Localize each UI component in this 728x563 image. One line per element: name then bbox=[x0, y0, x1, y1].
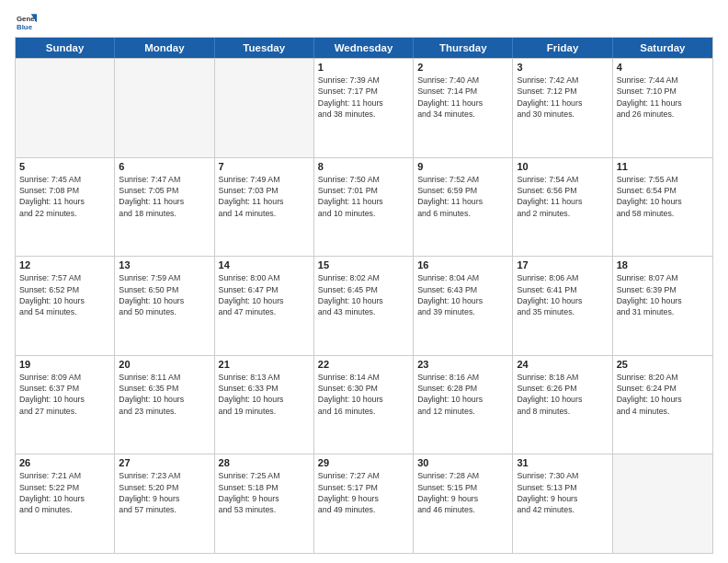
day-info: Sunrise: 8:06 AMSunset: 6:41 PMDaylight:… bbox=[517, 272, 608, 317]
day-info: Sunrise: 7:47 AMSunset: 7:05 PMDaylight:… bbox=[119, 174, 210, 219]
day-number: 30 bbox=[417, 457, 508, 468]
day-cell-10: 10Sunrise: 7:54 AMSunset: 6:56 PMDayligh… bbox=[513, 158, 612, 257]
day-cell-23: 23Sunrise: 8:16 AMSunset: 6:28 PMDayligh… bbox=[414, 356, 513, 454]
day-cell-24: 24Sunrise: 8:18 AMSunset: 6:26 PMDayligh… bbox=[513, 356, 612, 454]
day-cell-13: 13Sunrise: 7:59 AMSunset: 6:50 PMDayligh… bbox=[115, 257, 214, 355]
day-info: Sunrise: 7:28 AMSunset: 5:15 PMDaylight:… bbox=[417, 470, 508, 515]
page: General Blue SundayMondayTuesdayWednesda… bbox=[0, 0, 728, 563]
day-info: Sunrise: 8:09 AMSunset: 6:37 PMDaylight:… bbox=[19, 372, 110, 417]
svg-text:Blue: Blue bbox=[17, 23, 33, 31]
day-cell-28: 28Sunrise: 7:25 AMSunset: 5:18 PMDayligh… bbox=[215, 454, 314, 553]
day-number: 17 bbox=[517, 259, 608, 270]
day-number: 19 bbox=[19, 359, 110, 370]
day-number: 24 bbox=[517, 359, 608, 370]
day-number: 6 bbox=[119, 161, 210, 172]
day-cell-9: 9Sunrise: 7:52 AMSunset: 6:59 PMDaylight… bbox=[414, 158, 513, 257]
day-cell-4: 4Sunrise: 7:44 AMSunset: 7:10 PMDaylight… bbox=[613, 59, 712, 157]
day-cell-19: 19Sunrise: 8:09 AMSunset: 6:37 PMDayligh… bbox=[16, 356, 115, 454]
day-info: Sunrise: 7:27 AMSunset: 5:17 PMDaylight:… bbox=[318, 470, 409, 515]
day-info: Sunrise: 7:50 AMSunset: 7:01 PMDaylight:… bbox=[318, 174, 409, 219]
day-info: Sunrise: 8:00 AMSunset: 6:47 PMDaylight:… bbox=[219, 272, 310, 317]
day-number: 28 bbox=[219, 457, 310, 468]
day-info: Sunrise: 7:39 AMSunset: 7:17 PMDaylight:… bbox=[318, 75, 409, 120]
calendar-body: 1Sunrise: 7:39 AMSunset: 7:17 PMDaylight… bbox=[16, 58, 712, 553]
logo: General Blue bbox=[15, 11, 39, 31]
day-info: Sunrise: 7:54 AMSunset: 6:56 PMDaylight:… bbox=[517, 174, 608, 219]
header: General Blue bbox=[15, 11, 713, 31]
day-number: 26 bbox=[19, 457, 110, 468]
day-number: 10 bbox=[517, 161, 608, 172]
day-number: 29 bbox=[318, 457, 409, 468]
day-cell-11: 11Sunrise: 7:55 AMSunset: 6:54 PMDayligh… bbox=[613, 158, 712, 257]
calendar-header-row: SundayMondayTuesdayWednesdayThursdayFrid… bbox=[16, 38, 712, 58]
header-day-tuesday: Tuesday bbox=[215, 38, 314, 58]
day-info: Sunrise: 7:42 AMSunset: 7:12 PMDaylight:… bbox=[517, 75, 608, 120]
header-day-sunday: Sunday bbox=[16, 38, 115, 58]
day-number: 21 bbox=[219, 359, 310, 370]
day-cell-20: 20Sunrise: 8:11 AMSunset: 6:35 PMDayligh… bbox=[115, 356, 214, 454]
day-number: 5 bbox=[19, 161, 110, 172]
day-cell-31: 31Sunrise: 7:30 AMSunset: 5:13 PMDayligh… bbox=[513, 454, 612, 553]
day-info: Sunrise: 7:57 AMSunset: 6:52 PMDaylight:… bbox=[19, 272, 110, 317]
day-number: 16 bbox=[417, 259, 508, 270]
week-row-5: 26Sunrise: 7:21 AMSunset: 5:22 PMDayligh… bbox=[16, 454, 712, 553]
calendar: SundayMondayTuesdayWednesdayThursdayFrid… bbox=[15, 37, 713, 554]
week-row-3: 12Sunrise: 7:57 AMSunset: 6:52 PMDayligh… bbox=[16, 256, 712, 355]
day-info: Sunrise: 8:07 AMSunset: 6:39 PMDaylight:… bbox=[617, 272, 709, 317]
day-info: Sunrise: 8:14 AMSunset: 6:30 PMDaylight:… bbox=[318, 372, 409, 417]
day-cell-6: 6Sunrise: 7:47 AMSunset: 7:05 PMDaylight… bbox=[115, 158, 214, 257]
day-number: 1 bbox=[318, 62, 409, 73]
day-cell-12: 12Sunrise: 7:57 AMSunset: 6:52 PMDayligh… bbox=[16, 257, 115, 355]
day-info: Sunrise: 7:55 AMSunset: 6:54 PMDaylight:… bbox=[617, 174, 709, 219]
day-cell-29: 29Sunrise: 7:27 AMSunset: 5:17 PMDayligh… bbox=[314, 454, 414, 553]
day-number: 11 bbox=[617, 161, 709, 172]
day-info: Sunrise: 8:04 AMSunset: 6:43 PMDaylight:… bbox=[417, 272, 508, 317]
day-number: 2 bbox=[417, 62, 508, 73]
day-cell-18: 18Sunrise: 8:07 AMSunset: 6:39 PMDayligh… bbox=[613, 257, 712, 355]
day-number: 20 bbox=[119, 359, 210, 370]
day-cell-25: 25Sunrise: 8:20 AMSunset: 6:24 PMDayligh… bbox=[613, 356, 712, 454]
day-info: Sunrise: 7:45 AMSunset: 7:08 PMDaylight:… bbox=[19, 174, 110, 219]
day-info: Sunrise: 7:49 AMSunset: 7:03 PMDaylight:… bbox=[219, 174, 310, 219]
day-cell-17: 17Sunrise: 8:06 AMSunset: 6:41 PMDayligh… bbox=[513, 257, 612, 355]
day-cell-15: 15Sunrise: 8:02 AMSunset: 6:45 PMDayligh… bbox=[314, 257, 414, 355]
day-cell-8: 8Sunrise: 7:50 AMSunset: 7:01 PMDaylight… bbox=[314, 158, 414, 257]
day-number: 18 bbox=[617, 259, 709, 270]
week-row-4: 19Sunrise: 8:09 AMSunset: 6:37 PMDayligh… bbox=[16, 355, 712, 454]
day-number: 8 bbox=[318, 161, 409, 172]
day-cell-16: 16Sunrise: 8:04 AMSunset: 6:43 PMDayligh… bbox=[414, 257, 513, 355]
day-info: Sunrise: 7:23 AMSunset: 5:20 PMDaylight:… bbox=[119, 470, 210, 515]
day-cell-30: 30Sunrise: 7:28 AMSunset: 5:15 PMDayligh… bbox=[414, 454, 513, 553]
day-info: Sunrise: 7:59 AMSunset: 6:50 PMDaylight:… bbox=[119, 272, 210, 317]
day-number: 31 bbox=[517, 457, 608, 468]
day-cell-empty bbox=[215, 59, 314, 157]
day-number: 9 bbox=[417, 161, 508, 172]
day-cell-21: 21Sunrise: 8:13 AMSunset: 6:33 PMDayligh… bbox=[215, 356, 314, 454]
day-number: 25 bbox=[617, 359, 709, 370]
day-number: 3 bbox=[517, 62, 608, 73]
day-info: Sunrise: 8:16 AMSunset: 6:28 PMDaylight:… bbox=[417, 372, 508, 417]
header-day-saturday: Saturday bbox=[613, 38, 712, 58]
day-cell-5: 5Sunrise: 7:45 AMSunset: 7:08 PMDaylight… bbox=[16, 158, 115, 257]
day-number: 14 bbox=[219, 259, 310, 270]
header-day-thursday: Thursday bbox=[414, 38, 513, 58]
day-info: Sunrise: 8:11 AMSunset: 6:35 PMDaylight:… bbox=[119, 372, 210, 417]
day-number: 23 bbox=[417, 359, 508, 370]
day-cell-1: 1Sunrise: 7:39 AMSunset: 7:17 PMDaylight… bbox=[314, 59, 414, 157]
day-info: Sunrise: 8:02 AMSunset: 6:45 PMDaylight:… bbox=[318, 272, 409, 317]
day-number: 4 bbox=[617, 62, 709, 73]
day-cell-14: 14Sunrise: 8:00 AMSunset: 6:47 PMDayligh… bbox=[215, 257, 314, 355]
day-info: Sunrise: 8:18 AMSunset: 6:26 PMDaylight:… bbox=[517, 372, 608, 417]
day-cell-26: 26Sunrise: 7:21 AMSunset: 5:22 PMDayligh… bbox=[16, 454, 115, 553]
day-cell-empty bbox=[115, 59, 214, 157]
week-row-2: 5Sunrise: 7:45 AMSunset: 7:08 PMDaylight… bbox=[16, 157, 712, 257]
day-cell-7: 7Sunrise: 7:49 AMSunset: 7:03 PMDaylight… bbox=[215, 158, 314, 257]
day-number: 22 bbox=[318, 359, 409, 370]
header-day-friday: Friday bbox=[513, 38, 612, 58]
day-number: 13 bbox=[119, 259, 210, 270]
day-cell-empty bbox=[16, 59, 115, 157]
day-cell-27: 27Sunrise: 7:23 AMSunset: 5:20 PMDayligh… bbox=[115, 454, 214, 553]
week-row-1: 1Sunrise: 7:39 AMSunset: 7:17 PMDaylight… bbox=[16, 58, 712, 157]
day-cell-3: 3Sunrise: 7:42 AMSunset: 7:12 PMDaylight… bbox=[513, 59, 612, 157]
day-number: 15 bbox=[318, 259, 409, 270]
